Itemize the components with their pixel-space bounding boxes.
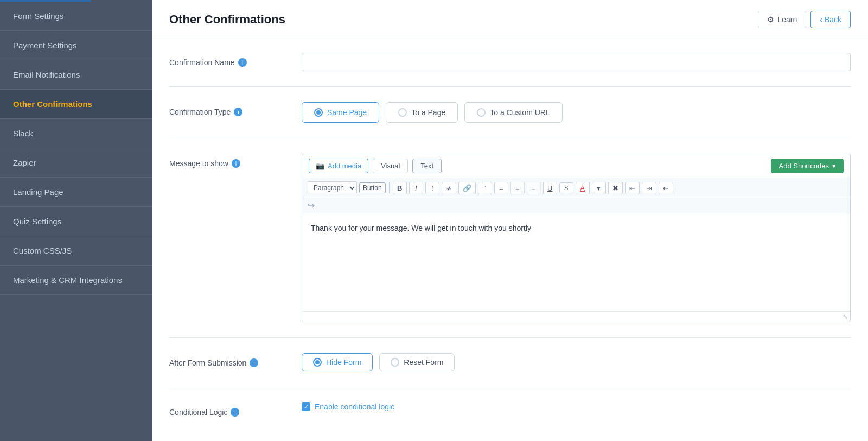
editor-redo-row: ↪ <box>302 198 850 213</box>
editor-toolbar: Paragraph Button B I ⁝ ≢ 🔗 " ≡ ≡ ≡ U <box>302 178 850 198</box>
sidebar-item-form-settings[interactable]: Form Settings <box>0 2 152 31</box>
enable-conditional-logic-label[interactable]: Enable conditional logic <box>315 402 394 411</box>
divider-1 <box>169 86 851 87</box>
divider-4 <box>169 387 851 387</box>
message-row: Message to show i 📷 Add media Visual <box>169 154 851 322</box>
button-tool[interactable]: Button <box>359 182 386 193</box>
tab-text-button[interactable]: Text <box>412 159 442 173</box>
editor-body[interactable]: Thank you for your message. We will get … <box>302 213 850 311</box>
italic-button[interactable]: I <box>409 182 423 194</box>
sidebar-item-zapier[interactable]: Zapier <box>0 148 152 178</box>
editor-topbar-left: 📷 Add media Visual Text <box>309 159 442 173</box>
radio-hide-form[interactable]: Hide Form <box>302 353 373 371</box>
main-content: Other Confirmations ⚙ Learn ‹ Back Confi… <box>152 0 868 441</box>
confirmation-type-label: Confirmation Type i <box>169 102 289 116</box>
unordered-list-button[interactable]: ⁝ <box>425 182 439 194</box>
sidebar-item-landing-page[interactable]: Landing Page <box>0 178 152 207</box>
topbar: Other Confirmations ⚙ Learn ‹ Back <box>152 0 868 37</box>
confirmation-type-control: Same Page To a Page To a Custom URL <box>302 102 851 123</box>
sidebar-item-email-notifications[interactable]: Email Notifications <box>0 60 152 90</box>
radio-circle-reset-form <box>391 358 399 367</box>
confirmation-name-label: Confirmation Name i <box>169 53 289 67</box>
after-submission-control: Hide Form Reset Form <box>302 353 851 371</box>
format-select[interactable]: Paragraph <box>308 181 357 194</box>
underline-button[interactable]: U <box>543 182 557 194</box>
bold-button[interactable]: B <box>393 182 407 194</box>
tab-visual-button[interactable]: Visual <box>373 159 408 173</box>
confirmation-type-row: Confirmation Type i Same Page To a Page <box>169 102 851 123</box>
message-label: Message to show i <box>169 154 289 168</box>
confirmation-name-input[interactable] <box>302 53 851 71</box>
chevron-down-icon: ▾ <box>832 162 836 170</box>
redo-button[interactable]: ↪ <box>308 200 315 211</box>
add-shortcodes-button[interactable]: Add Shortcodes ▾ <box>771 159 844 173</box>
enable-conditional-logic-row: ✓ Enable conditional logic <box>302 402 851 411</box>
editor-container: 📷 Add media Visual Text Add Shortcod <box>302 154 851 322</box>
enable-conditional-logic-checkbox[interactable]: ✓ <box>302 402 310 411</box>
link-button[interactable]: 🔗 <box>458 182 476 194</box>
after-submission-info-icon[interactable]: i <box>250 358 258 367</box>
divider-2 <box>169 138 851 138</box>
conditional-logic-label: Conditional Logic i <box>169 402 289 417</box>
sidebar-item-marketing-crm[interactable]: Marketing & CRM Integrations <box>0 266 152 295</box>
gear-icon: ⚙ <box>767 15 774 24</box>
page-title: Other Confirmations <box>169 12 285 27</box>
indent-right-button[interactable]: ⇥ <box>642 182 656 194</box>
conditional-logic-control: ✓ Enable conditional logic <box>302 402 851 411</box>
radio-circle-to-custom-url <box>477 108 486 117</box>
sidebar-item-custom-css-js[interactable]: Custom CSS/JS <box>0 236 152 266</box>
content-area: Confirmation Name i Confirmation Type i … <box>152 37 868 441</box>
back-button[interactable]: ‹ Back <box>810 11 851 28</box>
topbar-actions: ⚙ Learn ‹ Back <box>758 11 851 28</box>
camera-icon: 📷 <box>316 162 324 170</box>
resize-icon: ⤡ <box>843 313 848 320</box>
radio-circle-hide-form <box>313 358 322 367</box>
after-submission-radio-group: Hide Form Reset Form <box>302 353 851 371</box>
ordered-list-button[interactable]: ≢ <box>442 182 456 194</box>
editor-resize-handle[interactable]: ⤡ <box>302 311 850 322</box>
check-icon: ✓ <box>304 404 309 411</box>
indent-left-button[interactable]: ⇤ <box>625 182 640 194</box>
color-button[interactable]: A <box>576 182 590 194</box>
conditional-logic-row: Conditional Logic i ✓ Enable conditional… <box>169 402 851 417</box>
sidebar-item-quiz-settings[interactable]: Quiz Settings <box>0 207 152 236</box>
after-submission-row: After Form Submission i Hide Form Reset … <box>169 353 851 371</box>
confirmation-type-info-icon[interactable]: i <box>234 108 242 116</box>
conditional-logic-info-icon[interactable]: i <box>231 408 239 417</box>
radio-reset-form[interactable]: Reset Form <box>379 353 455 371</box>
radio-circle-same-page <box>314 108 323 117</box>
align-right-button[interactable]: ≡ <box>527 182 541 194</box>
radio-circle-to-a-page <box>398 108 407 117</box>
confirmation-name-row: Confirmation Name i <box>169 53 851 71</box>
strikethrough-button[interactable]: S <box>559 182 573 193</box>
confirmation-name-control <box>302 53 851 71</box>
undo-button[interactable]: ↩ <box>659 182 673 194</box>
align-center-button[interactable]: ≡ <box>510 182 525 194</box>
learn-button[interactable]: ⚙ Learn <box>758 11 806 28</box>
editor-topbar: 📷 Add media Visual Text Add Shortcod <box>302 154 850 178</box>
toolbar-sep-1 <box>389 182 390 193</box>
align-left-button[interactable]: ≡ <box>494 182 508 194</box>
quote-button[interactable]: " <box>478 182 492 194</box>
dropdown-color-arrow[interactable]: ▾ <box>592 182 606 194</box>
after-submission-label: After Form Submission i <box>169 353 289 367</box>
add-media-button[interactable]: 📷 Add media <box>309 159 368 173</box>
radio-same-page[interactable]: Same Page <box>302 102 379 123</box>
eraser-button[interactable]: ✖ <box>608 182 623 194</box>
confirmation-type-radio-group: Same Page To a Page To a Custom URL <box>302 102 851 123</box>
radio-to-a-page[interactable]: To a Page <box>386 102 458 123</box>
confirmation-name-info-icon[interactable]: i <box>238 58 247 67</box>
sidebar: Form Settings Payment Settings Email Not… <box>0 0 152 441</box>
radio-to-custom-url[interactable]: To a Custom URL <box>464 102 562 123</box>
sidebar-item-slack[interactable]: Slack <box>0 119 152 148</box>
divider-3 <box>169 337 851 338</box>
chevron-left-icon: ‹ <box>820 15 822 24</box>
sidebar-item-other-confirmations[interactable]: Other Confirmations <box>0 90 152 119</box>
message-control: 📷 Add media Visual Text Add Shortcod <box>302 154 851 322</box>
sidebar-item-payment-settings[interactable]: Payment Settings <box>0 31 152 60</box>
message-info-icon[interactable]: i <box>232 159 240 168</box>
